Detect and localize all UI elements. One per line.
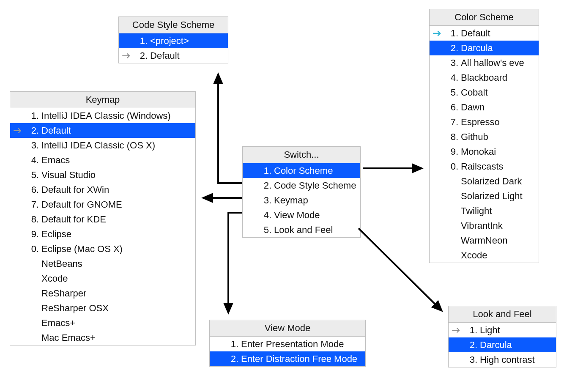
keymap-panel: Keymap 1.IntelliJ IDEA Classic (Windows)… (10, 91, 196, 345)
switch-title: Switch... (243, 147, 360, 163)
color-scheme-item[interactable]: Xcode (430, 248, 539, 263)
laf-items: 1.Light 2.Darcula 3.High contrast (449, 323, 556, 367)
keymap-item[interactable]: 6.Default for XWin (10, 182, 195, 197)
laf-title: Look and Feel (449, 306, 556, 323)
keymap-item[interactable]: 0.Eclipse (Mac OS X) (10, 241, 195, 256)
arrow-right-icon (452, 327, 466, 334)
keymap-item[interactable]: Mac Emacs+ (10, 330, 195, 345)
color-scheme-title: Color Scheme (430, 9, 539, 26)
keymap-item[interactable]: 3.IntelliJ IDEA Classic (OS X) (10, 138, 195, 153)
color-scheme-panel: Color Scheme 1.Default 2.Darcula 3.All h… (429, 9, 539, 263)
look-and-feel-panel: Look and Feel 1.Light 2.Darcula 3.High c… (448, 306, 556, 367)
color-scheme-item[interactable]: 9.Monokai (430, 144, 539, 159)
view-mode-panel: View Mode 1.Enter Presentation Mode 2.En… (209, 320, 366, 367)
color-scheme-item[interactable]: 7.Espresso (430, 115, 539, 129)
code-style-scheme-panel: Code Style Scheme 1. <project> 2. Defaul… (118, 16, 228, 63)
keymap-title: Keymap (10, 92, 195, 108)
view-mode-item[interactable]: 2.Enter Distraction Free Mode (210, 351, 365, 366)
color-scheme-item[interactable]: Twilight (430, 203, 539, 218)
keymap-item[interactable]: 7.Default for GNOME (10, 197, 195, 212)
color-scheme-item[interactable]: 5.Cobalt (430, 85, 539, 100)
keymap-item[interactable]: 4.Emacs (10, 153, 195, 167)
keymap-item[interactable]: ReSharper OSX (10, 301, 195, 315)
keymap-item[interactable]: 1.IntelliJ IDEA Classic (Windows) (10, 108, 195, 123)
laf-item[interactable]: 1.Light (449, 323, 556, 337)
switch-item-keymap[interactable]: 3. Keymap (243, 193, 360, 208)
switch-panel: Switch... 1. Color Scheme 2. Code Style … (242, 146, 361, 238)
keymap-item[interactable]: 8.Default for KDE (10, 212, 195, 227)
keymap-item[interactable]: 9.Eclipse (10, 227, 195, 241)
color-scheme-item[interactable]: WarmNeon (430, 233, 539, 248)
color-scheme-item[interactable]: Solarized Light (430, 189, 539, 203)
view-mode-item[interactable]: 1.Enter Presentation Mode (210, 337, 365, 351)
code-style-items: 1. <project> 2. Default (119, 33, 228, 63)
color-scheme-item[interactable]: 0.Railscasts (430, 159, 539, 174)
code-style-item-project[interactable]: 1. <project> (119, 33, 228, 48)
switch-items: 1. Color Scheme 2. Code Style Scheme 3. … (243, 163, 360, 237)
switch-item-look-and-feel[interactable]: 5. Look and Feel (243, 222, 360, 237)
switch-item-color-scheme[interactable]: 1. Color Scheme (243, 163, 360, 178)
color-scheme-item[interactable]: 4.Blackboard (430, 70, 539, 85)
color-scheme-item[interactable]: VibrantInk (430, 218, 539, 233)
color-scheme-items: 1.Default 2.Darcula 3.All hallow's eve 4… (430, 26, 539, 263)
laf-item[interactable]: 2.Darcula (449, 337, 556, 352)
switch-item-view-mode[interactable]: 4. View Mode (243, 208, 360, 222)
color-scheme-item[interactable]: 8.Github (430, 129, 539, 144)
arrow-right-icon (122, 52, 137, 59)
color-scheme-item[interactable]: 1.Default (430, 26, 539, 41)
view-mode-items: 1.Enter Presentation Mode 2.Enter Distra… (210, 337, 365, 366)
arrow-right-icon (433, 30, 447, 37)
keymap-item[interactable]: ReSharper (10, 286, 195, 301)
code-style-title: Code Style Scheme (119, 17, 228, 33)
switch-item-code-style[interactable]: 2. Code Style Scheme (243, 178, 360, 193)
keymap-items: 1.IntelliJ IDEA Classic (Windows) 2.Defa… (10, 108, 195, 345)
color-scheme-item[interactable]: 3.All hallow's eve (430, 55, 539, 70)
keymap-item[interactable]: NetBeans (10, 256, 195, 271)
color-scheme-item[interactable]: Solarized Dark (430, 174, 539, 189)
arrow-right-icon (14, 127, 28, 134)
code-style-item-default[interactable]: 2. Default (119, 48, 228, 63)
keymap-item[interactable]: 5.Visual Studio (10, 167, 195, 182)
color-scheme-item[interactable]: 6.Dawn (430, 100, 539, 115)
color-scheme-item[interactable]: 2.Darcula (430, 41, 539, 55)
keymap-item[interactable]: Xcode (10, 271, 195, 286)
keymap-item[interactable]: 2.Default (10, 123, 195, 138)
view-mode-title: View Mode (210, 320, 365, 337)
keymap-item[interactable]: Emacs+ (10, 315, 195, 330)
laf-item[interactable]: 3.High contrast (449, 352, 556, 367)
